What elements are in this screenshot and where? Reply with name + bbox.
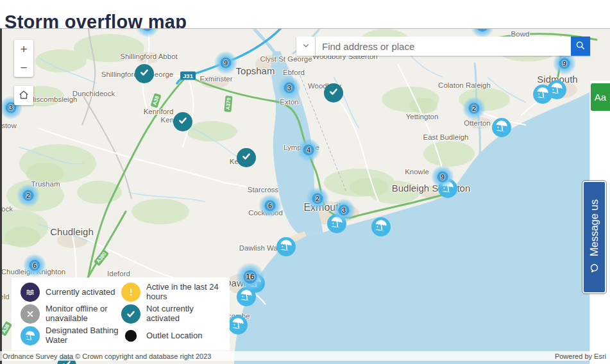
map-place-label: East Budleigh [423, 133, 469, 141]
search-options-dropdown[interactable] [296, 37, 316, 56]
zoom-control: + − [14, 40, 33, 77]
message-us-label: Message us [588, 200, 600, 257]
check-icon [138, 66, 151, 81]
map-place-label: Budleigh Salterton [392, 183, 471, 194]
not-activated-marker[interactable] [135, 64, 154, 83]
a-road-label: A380 [94, 249, 109, 267]
message-us-button[interactable]: Message us [582, 181, 606, 294]
cluster-count: 16 [246, 272, 254, 281]
check-icon [121, 304, 140, 324]
map-place-label: Starcross [248, 186, 279, 194]
cluster-count: 2 [316, 195, 319, 203]
not-activated-marker[interactable] [237, 148, 256, 167]
map-place-label: Yettington [406, 113, 439, 120]
search-input[interactable] [316, 37, 571, 56]
legend-label: Not currently activated [146, 304, 222, 324]
cluster-count: 9 [441, 173, 445, 181]
attribution-right: Powered by Esri [555, 352, 606, 360]
legend-item-outlet: Outlet Location [121, 325, 222, 347]
home-extent-button[interactable] [14, 86, 33, 105]
map-place-label: Ideford [107, 270, 130, 277]
motorway-junction-label: J31 [180, 72, 196, 80]
map-place-label: Chudleigh [50, 226, 94, 237]
cluster-count: 6 [268, 202, 272, 210]
bathing-water-marker[interactable] [533, 85, 552, 104]
bathing-water-marker[interactable] [228, 315, 248, 335]
a-road-label: A38 [0, 321, 12, 336]
map-place-label: stow [1, 122, 17, 129]
cluster-count: 3 [287, 84, 291, 92]
not-activated-marker[interactable] [324, 83, 343, 103]
legend-item-bathing: Designated Bathing Water [21, 325, 119, 347]
beach-umbrella-icon [494, 119, 509, 136]
legend-label: Monitor offline or unavailable [46, 304, 119, 324]
beach-umbrella-icon [373, 218, 389, 236]
cluster-count: 9 [224, 59, 228, 67]
bathing-water-marker[interactable] [492, 118, 511, 137]
bathing-water-marker[interactable] [371, 217, 391, 236]
bathing-water-marker[interactable] [276, 237, 296, 256]
storm-overflow-map[interactable]: Shillingford AbbotShillingford St George… [0, 28, 610, 364]
chat-bubble-icon [588, 262, 601, 274]
legend-item-waves: Currently activated [21, 281, 119, 303]
map-place-label: ock [1, 205, 13, 213]
map-place-label: eld [0, 293, 10, 301]
beach-umbrella-icon [230, 316, 246, 334]
map-place-label: Clyst St George [260, 55, 312, 63]
attribution-left: Ordnance Survey data © Crown copyright a… [3, 352, 211, 360]
search-button[interactable] [571, 37, 590, 56]
accessibility-button[interactable]: Aa [591, 83, 610, 111]
beach-umbrella-icon [535, 85, 550, 103]
map-place-label: Shillingford Abbot [120, 53, 178, 60]
magnifier-icon [575, 40, 586, 53]
home-icon [17, 88, 30, 103]
storm-overflow-page: Storm overflow map [0, 0, 610, 364]
legend-label: Active in the last 24 hours [146, 283, 222, 302]
legend: Currently activatedActive in the last 24… [12, 277, 230, 351]
cluster-count: 4 [307, 146, 310, 154]
cluster-count: 9 [563, 60, 566, 67]
legend-item-offline: Monitor offline or unavailable [21, 303, 119, 325]
map-place-label: Exminster [199, 75, 232, 83]
map-place-label: Ebford [283, 69, 305, 76]
search-widget [296, 37, 590, 56]
map-place-label: Kennford [144, 108, 174, 115]
check-icon [176, 114, 189, 129]
cluster-count: 3 [342, 206, 346, 214]
a-road-label: A379 [224, 95, 232, 112]
legend-label: Outlet Location [146, 331, 202, 341]
not-activated-marker[interactable] [173, 112, 192, 131]
map-place-label: Otterton [464, 119, 491, 127]
map-place-label: Colaton Raleigh [438, 81, 491, 89]
zoom-in-button[interactable]: + [14, 40, 33, 58]
map-place-label: Knowle [405, 168, 429, 176]
legend-item-check: Not currently activated [121, 303, 222, 325]
cluster-count: 2 [472, 104, 476, 112]
waves-icon [21, 283, 40, 302]
beach-umbrella-icon [278, 238, 294, 256]
attribution-bar: Ordnance Survey data © Crown copyright a… [0, 351, 610, 361]
cluster-count: 6 [33, 261, 37, 269]
map-place-label: Topsham [236, 65, 275, 76]
exclamation-icon [121, 283, 140, 302]
a-road-label: A38 [151, 93, 162, 108]
check-icon [327, 85, 340, 101]
legend-label: Currently activated [46, 288, 115, 297]
map-place-label: discombsleigh [31, 95, 78, 103]
legend-label: Designated Bathing Water [46, 326, 119, 345]
zoom-out-button[interactable]: − [14, 58, 33, 77]
offline-icon [21, 304, 40, 324]
outlet-icon [121, 326, 140, 345]
chevron-down-icon [301, 40, 311, 53]
bathing-icon [21, 326, 40, 345]
legend-item-exclamation: Active in the last 24 hours [121, 281, 222, 303]
check-icon [240, 150, 253, 165]
map-place-label: Dunchideock [72, 90, 115, 97]
cluster-count: 3 [9, 104, 13, 112]
cluster-count: 2 [26, 192, 30, 199]
